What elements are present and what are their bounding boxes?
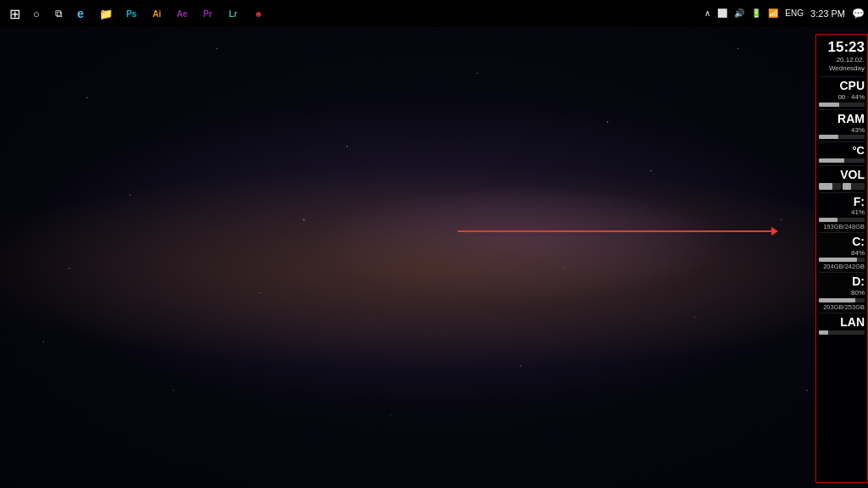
c-drive-value: 84% <box>851 249 865 258</box>
f-drive-bar <box>819 218 865 222</box>
tray-network[interactable]: 📶 <box>768 8 778 18</box>
tray-expand[interactable]: ∧ <box>704 8 710 18</box>
c-drive-subvalue: 204GB/242GB <box>823 263 865 270</box>
arrow-line <box>458 230 771 232</box>
f-drive-bar-bg <box>819 218 865 222</box>
taskbar-pinned-apps: e 📁 Ps Ai Ae Pr Lr ● <box>70 3 704 25</box>
temp-bar-fill <box>819 158 844 163</box>
c-drive-bar-fill <box>819 258 857 262</box>
f-drive-value: 41% <box>851 208 865 217</box>
photoshop-icon[interactable]: Ps <box>120 3 142 25</box>
ram-bar-fill <box>819 135 838 139</box>
lan-bar <box>819 330 865 335</box>
tray-lang[interactable]: ENG <box>785 8 804 18</box>
widget-lan-section: LAN <box>819 313 865 337</box>
taskbar-clock[interactable]: 3:23 PM <box>810 8 845 19</box>
lan-label: LAN <box>840 315 865 330</box>
illustrator-icon[interactable]: Ai <box>146 3 168 25</box>
cpu-bar-bg <box>819 103 865 107</box>
vol-label: VOL <box>840 168 865 182</box>
tray-battery[interactable]: 🔋 <box>751 8 761 18</box>
after-effects-icon[interactable]: Ae <box>171 3 193 25</box>
f-drive-subvalue: 193GB/248GB <box>823 223 865 230</box>
ram-bar <box>819 135 865 139</box>
widget-time-section: 15:23 20.12.02. Wednesday <box>819 38 865 77</box>
ram-label: RAM <box>837 112 865 126</box>
cpu-bar <box>819 103 865 107</box>
ram-bar-bg <box>819 135 865 139</box>
c-drive-bar-bg <box>819 258 865 262</box>
widget-vol-section: VOL <box>819 166 865 193</box>
edge-icon[interactable]: e <box>70 3 92 25</box>
annotation-arrow <box>458 227 778 236</box>
vol-bar1-fill <box>819 183 832 190</box>
c-drive-label: C: <box>852 235 865 249</box>
cpu-label: CPU <box>839 79 865 93</box>
d-drive-value: 80% <box>851 289 865 297</box>
ram-value: 43% <box>851 126 865 135</box>
premiere-icon[interactable]: Pr <box>197 3 219 25</box>
system-monitor-widget: 15:23 20.12.02. Wednesday CPU 00 · 44% R… <box>815 34 868 483</box>
d-drive-subvalue: 203GB/253GB <box>823 303 865 311</box>
taskbar: ⊞ ○ ⧉ e 📁 Ps Ai Ae Pr Lr ● ∧ ⬜ 🔊 🔋 📶 ENG… <box>0 0 868 27</box>
widget-temp-section: °C <box>819 142 865 166</box>
widget-time: 15:23 <box>828 40 865 56</box>
d-drive-label: D: <box>852 274 865 289</box>
notification-center[interactable]: 💬 <box>852 8 865 19</box>
lan-bar-bg <box>819 330 865 335</box>
widget-cpu-section: CPU 00 · 44% <box>819 77 865 109</box>
arrow-head <box>771 227 778 236</box>
start-button[interactable]: ⊞ <box>3 3 25 25</box>
cpu-value: 00 · 44% <box>837 93 865 102</box>
cpu-bar-fill <box>819 103 839 107</box>
explorer-icon[interactable]: 📁 <box>95 3 117 25</box>
d-drive-bar <box>819 298 865 302</box>
f-drive-label: F: <box>854 195 865 209</box>
app-red-icon[interactable]: ● <box>248 3 270 25</box>
vol-bar2-fill <box>843 183 851 190</box>
taskbar-tray: ∧ ⬜ 🔊 🔋 📶 ENG 3:23 PM 💬 <box>704 8 865 19</box>
vol-bar2-bg <box>843 183 865 190</box>
temp-bar <box>819 158 865 163</box>
widget-date-line1: 20.12.02. <box>837 56 865 64</box>
temp-bar-bg <box>819 158 865 163</box>
desktop-background <box>0 0 868 488</box>
c-drive-bar <box>819 258 865 262</box>
vol-bar1-bg <box>819 183 841 190</box>
widget-d-drive-section: D: 80% 203GB/253GB <box>819 273 865 313</box>
search-button[interactable]: ○ <box>25 3 47 25</box>
temp-label: °C <box>852 144 865 158</box>
task-view-button[interactable]: ⧉ <box>47 3 70 25</box>
widget-date-line2: Wednesday <box>829 64 865 73</box>
widget-ram-section: RAM 43% <box>819 110 865 142</box>
vol-bars <box>819 183 865 190</box>
widget-c-drive-section: C: 84% 204GB/242GB <box>819 233 865 273</box>
lightroom-icon[interactable]: Lr <box>222 3 244 25</box>
f-drive-bar-fill <box>819 218 837 222</box>
widget-f-drive-section: F: 41% 193GB/248GB <box>819 193 865 233</box>
lan-bar-fill <box>819 330 828 335</box>
d-drive-bar-bg <box>819 298 865 302</box>
tray-volume[interactable]: 🔊 <box>734 8 744 18</box>
tray-screen[interactable]: ⬜ <box>717 8 727 18</box>
d-drive-bar-fill <box>819 298 855 302</box>
